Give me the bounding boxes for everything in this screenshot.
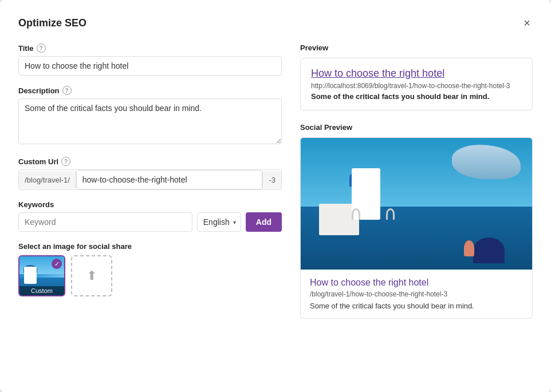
social-preview-title: How to choose the right hotel (310, 278, 523, 288)
left-panel: Title ? Description ? Custom Url ? /bl (18, 43, 282, 319)
social-preview-desc: Some of the critical facts you should be… (310, 302, 523, 310)
language-select-wrap[interactable]: English ▾ (197, 212, 241, 232)
thumb-bell-tower (24, 267, 37, 284)
title-label: Title ? (18, 43, 282, 53)
description-label: Description ? (18, 86, 282, 95)
keywords-row: English ▾ Add (18, 212, 282, 232)
upload-image-button[interactable]: ⬆ (71, 255, 112, 296)
social-preview-url: /blog/travel-1/how-to-choose-the-right-h… (310, 290, 523, 298)
social-image-label: Select an image for social share (18, 242, 282, 251)
custom-thumb-label: Custom (19, 286, 64, 295)
seo-preview-title: How to choose the right hotel (311, 68, 522, 80)
description-help-icon[interactable]: ? (62, 86, 72, 95)
social-preview-box: How to choose the right hotel /blog/trav… (300, 137, 533, 319)
url-suffix: -3 (262, 171, 281, 189)
social-preview-info: How to choose the right hotel /blog/trav… (301, 270, 532, 318)
social-preview-label: Social Preview (300, 123, 533, 132)
modal-body: Title ? Description ? Custom Url ? /bl (18, 43, 533, 319)
seo-preview-url: http://localhost:8069/blog/travel-1/how-… (311, 82, 522, 90)
url-row: /blog/travel-1/ -3 (18, 169, 282, 190)
custom-url-group: Custom Url ? /blog/travel-1/ -3 (18, 157, 282, 190)
keywords-group: Keywords English ▾ Add (18, 200, 282, 232)
custom-url-label: Custom Url ? (18, 157, 282, 166)
close-button[interactable]: × (521, 16, 533, 30)
upload-icon: ⬆ (86, 268, 97, 283)
modal-title: Optimize SEO (18, 17, 86, 29)
right-panel: Preview How to choose the right hotel ht… (300, 43, 533, 319)
seo-preview-box: How to choose the right hotel http://loc… (300, 58, 533, 110)
description-textarea[interactable] (18, 98, 282, 144)
sp-umbrella (473, 237, 505, 263)
title-input[interactable] (18, 56, 282, 76)
sp-person (464, 240, 474, 256)
optimize-seo-modal: Optimize SEO × Title ? Description ? (0, 0, 551, 392)
social-image-group: Select an image for social share ✓ Custo… (18, 242, 282, 296)
chevron-down-icon: ▾ (233, 219, 236, 225)
language-select[interactable]: English (202, 214, 231, 230)
description-group: Description ? (18, 86, 282, 146)
custom-url-help-icon[interactable]: ? (61, 157, 70, 166)
sp-arch1 (352, 208, 360, 220)
selected-check-icon: ✓ (52, 259, 62, 269)
seo-preview-desc: Some of the critical facts you should be… (311, 92, 522, 101)
sp-arch2 (386, 208, 395, 220)
url-prefix: /blog/travel-1/ (19, 171, 76, 189)
url-slug-input[interactable] (76, 170, 263, 189)
modal-header: Optimize SEO × (18, 16, 533, 30)
keyword-input[interactable] (18, 212, 192, 232)
custom-image-thumb[interactable]: ✓ Custom (18, 255, 65, 296)
social-preview-image (301, 138, 532, 270)
title-help-icon[interactable]: ? (37, 43, 46, 53)
preview-label: Preview (300, 43, 533, 52)
social-images-row: ✓ Custom ⬆ (18, 255, 282, 296)
title-group: Title ? (18, 43, 282, 76)
keywords-label: Keywords (18, 200, 282, 209)
add-keyword-button[interactable]: Add (246, 212, 282, 232)
